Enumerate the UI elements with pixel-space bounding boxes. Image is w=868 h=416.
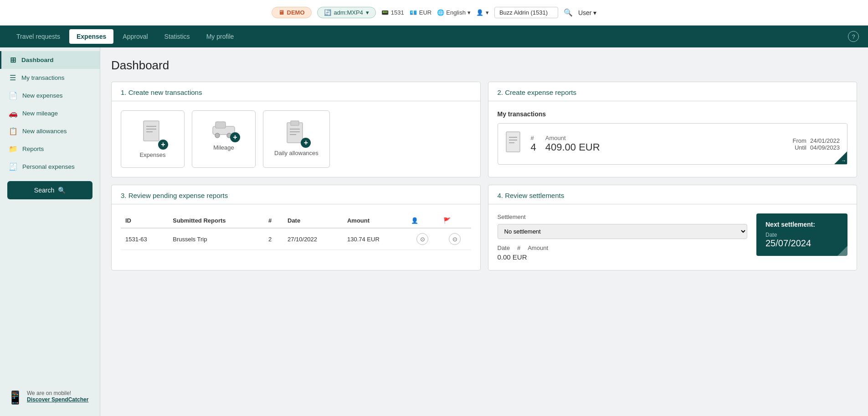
nav-approval[interactable]: Approval xyxy=(115,29,155,44)
transactions-count: 4 xyxy=(531,141,536,153)
nav-expenses[interactable]: Expenses xyxy=(69,29,113,44)
sidebar-item-new-allowances[interactable]: 📋 New allowances xyxy=(0,122,100,140)
demo-label: DEMO xyxy=(287,9,305,16)
transactions-row: # 4 Amount 409.00 EUR xyxy=(531,135,786,153)
section3-header: 3. Review pending expense reports xyxy=(112,185,480,204)
content-area: Dashboard 1. Create new transactions xyxy=(100,47,868,416)
row-action1[interactable]: ⊙ xyxy=(406,228,439,250)
col-amount: Amount xyxy=(343,213,406,228)
col-submitted: Submitted Reports xyxy=(168,213,264,228)
globe-icon: 🌐 xyxy=(437,9,444,16)
expenses-plus-icon: + xyxy=(158,140,168,150)
sidebar-item-dashboard[interactable]: ⊞ Dashboard xyxy=(0,51,100,69)
tile-daily-allowances[interactable]: + Daily allowances xyxy=(263,110,330,168)
sidebar-label-new-mileage: New mileage xyxy=(22,110,58,117)
sidebar-footer: 📱 We are on mobile! Discover SpendCatche… xyxy=(0,383,100,412)
tile-expenses[interactable]: + Expenses xyxy=(121,110,185,168)
col-id: ID xyxy=(121,213,168,228)
sidebar-label-dashboard: Dashboard xyxy=(21,57,54,63)
until-date: 04/09/2023 xyxy=(810,144,840,151)
chevron-down-icon: ▾ xyxy=(593,9,596,16)
svg-point-6 xyxy=(215,133,220,138)
currency-label: EUR xyxy=(419,9,431,16)
user-role-label: User xyxy=(578,9,592,16)
amount-col-label: Amount xyxy=(528,244,548,251)
settlement-amount-value: 0.00 EUR xyxy=(498,253,748,261)
next-settlement-label: Next settlement: xyxy=(765,221,838,228)
sidebar: ⊞ Dashboard ☰ My transactions 📄 New expe… xyxy=(0,47,100,416)
row-action2[interactable]: ⊙ xyxy=(439,228,471,250)
search-icon[interactable]: 🔍 xyxy=(564,8,573,17)
language-selector[interactable]: 🌐 English ▾ xyxy=(437,9,471,16)
col-action1: 👤 xyxy=(406,213,439,228)
chevron-down-icon: ▾ xyxy=(366,9,369,16)
section4-header: 4. Review settlements xyxy=(488,185,857,204)
transactions-card[interactable]: # 4 Amount 409.00 EUR F xyxy=(498,123,848,165)
navbar: Travel requests Expenses Approval Statis… xyxy=(0,26,868,47)
adm-label: adm:MXP4 xyxy=(334,9,363,16)
search-button-icon: 🔍 xyxy=(58,187,66,194)
flag-button[interactable]: ⊙ xyxy=(449,233,461,245)
row-id: 1531-63 xyxy=(121,228,168,250)
tile-mileage[interactable]: + Mileage xyxy=(192,110,256,168)
sidebar-label-my-transactions: My transactions xyxy=(21,74,65,81)
adm-badge[interactable]: 🔄 adm:MXP4 ▾ xyxy=(317,7,376,18)
section4-body: Settlement No settlement Date # Amount 0… xyxy=(488,204,857,270)
sidebar-item-new-mileage[interactable]: 🚗 New mileage xyxy=(0,104,100,122)
sidebar-item-new-expenses[interactable]: 📄 New expenses xyxy=(0,87,100,104)
reports-icon: 📁 xyxy=(9,145,18,153)
user-name-box: Buzz Aldrin (1531) xyxy=(494,7,558,18)
dashboard-icon: ⊞ xyxy=(9,56,17,64)
svg-rect-13 xyxy=(506,132,520,152)
main-layout: ⊞ Dashboard ☰ My transactions 📄 New expe… xyxy=(0,47,868,416)
svg-rect-0 xyxy=(144,121,159,141)
tile-expenses-label: Expenses xyxy=(139,151,165,158)
settlement-info-row: Date # Amount xyxy=(498,244,748,251)
chevron-down-icon: ▾ xyxy=(467,9,471,16)
section-create-transactions: 1. Create new transactions xyxy=(111,82,481,177)
settlement-select[interactable]: No settlement xyxy=(498,224,748,239)
help-button[interactable]: ? xyxy=(848,31,859,42)
nav-statistics[interactable]: Statistics xyxy=(157,29,197,44)
next-settlement-card: Next settlement: Date 25/07/2024 xyxy=(756,213,847,256)
svg-rect-5 xyxy=(216,122,226,128)
view-button[interactable]: ⊙ xyxy=(416,233,428,245)
arrow-icon: → xyxy=(841,158,846,163)
discover-link[interactable]: Discover SpendCatcher xyxy=(27,396,88,403)
sidebar-label-new-allowances: New allowances xyxy=(22,128,67,135)
mileage-plus-icon: + xyxy=(230,132,240,142)
nav-my-profile[interactable]: My profile xyxy=(199,29,241,44)
transactions-info: # 4 Amount 409.00 EUR xyxy=(531,135,786,153)
user-role-selector[interactable]: User ▾ xyxy=(578,9,597,16)
expenses-icon: 📄 xyxy=(9,91,18,100)
count-col-label: # xyxy=(517,244,520,251)
refresh-icon: 🔄 xyxy=(324,9,331,16)
section-settlements: 4. Review settlements Settlement No sett… xyxy=(488,185,858,270)
number-item: 📟 1531 xyxy=(381,9,404,16)
sidebar-label-new-expenses: New expenses xyxy=(22,92,63,99)
next-date-value: 25/07/2024 xyxy=(765,238,838,249)
person-icon: 👤 xyxy=(476,9,483,16)
language-label: English xyxy=(446,9,466,16)
svg-rect-9 xyxy=(291,121,299,125)
sidebar-item-personal-expenses[interactable]: 🧾 Personal expenses xyxy=(0,158,100,176)
sidebar-item-my-transactions[interactable]: ☰ My transactions xyxy=(0,69,100,87)
search-button[interactable]: Search 🔍 xyxy=(7,181,92,199)
row-report: Brussels Trip xyxy=(168,228,264,250)
demo-icon: 🖥 xyxy=(278,9,284,16)
settlements-body: Settlement No settlement Date # Amount 0… xyxy=(498,213,848,261)
until-date-row: Until 04/09/2023 xyxy=(795,144,840,151)
section-expense-reports: 2. Create expense reports My transaction… xyxy=(488,82,858,177)
nav-travel-requests[interactable]: Travel requests xyxy=(9,29,67,44)
sidebar-item-reports[interactable]: 📁 Reports xyxy=(0,140,100,158)
row-count: 2 xyxy=(264,228,283,250)
profile-icon-area[interactable]: 👤 ▾ xyxy=(476,9,489,16)
tile-expenses-icon-wrapper: + xyxy=(142,120,164,147)
mileage-icon: 🚗 xyxy=(9,109,18,118)
settlement-left: Settlement No settlement Date # Amount 0… xyxy=(498,213,748,261)
document-icon xyxy=(505,131,524,157)
person-col-icon: 👤 xyxy=(411,217,418,224)
date-col-label: Date xyxy=(498,244,510,251)
dashboard-grid: 1. Create new transactions xyxy=(111,82,857,270)
next-date-label: Date xyxy=(765,232,838,238)
